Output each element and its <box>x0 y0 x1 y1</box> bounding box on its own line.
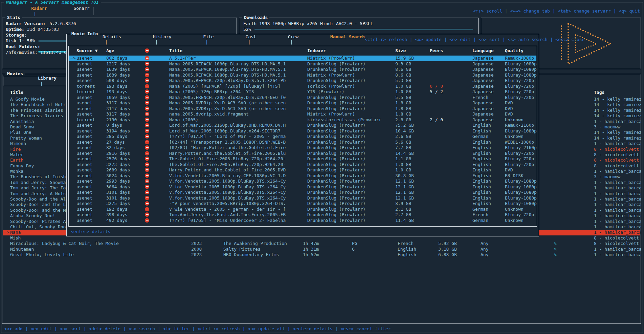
release-age: 1217 days <box>106 61 130 67</box>
movie-tag: 1 - hamilcar_barca <box>594 185 641 191</box>
reject-icon <box>145 56 149 60</box>
movie-row[interactable]: Minutemen 2008 Salty Pictures 1h 31m G E… <box>3 247 640 252</box>
release-title: Harry.Potter.and.the.Goblet.of.Fire.2005… <box>169 167 306 173</box>
release-quality: Unknown <box>505 207 537 212</box>
reject-icon <box>145 140 149 144</box>
release-row[interactable]: usenet 2576 days The.Goblet.Of.Fire.2005… <box>69 156 536 162</box>
release-row[interactable]: torrent 193 days Nana (2005) [REPACK] [7… <box>69 84 536 89</box>
reject-icon <box>145 84 149 88</box>
monitored-icon: ✎ <box>554 252 557 257</box>
release-row[interactable]: usenet 1059 days Nana.2005.FRENCH.720p.B… <box>69 95 536 101</box>
release-indexer: DrunkenSlug (Prowlarr) <box>307 207 394 212</box>
release-indexer: DrunkenSlug (Prowlarr) <box>307 95 394 100</box>
release-row[interactable]: torrent 193 days Nana (2005) 720p BRRip … <box>69 89 536 95</box>
column-header-peers[interactable]: Peers <box>430 48 443 54</box>
reject-icon <box>145 134 149 139</box>
release-size: 12.1 GB <box>395 184 414 190</box>
release-row[interactable]: usenet 3117 days nana.2005.dvdrip.xvid.f… <box>69 111 536 117</box>
release-quality: Bluray-2160p <box>505 145 537 150</box>
tab-divider: | <box>40 81 43 86</box>
tab-divider: | <box>105 40 108 45</box>
release-age: 193 days <box>106 89 128 95</box>
release-indexer: DrunkenSlug (Prowlarr) <box>307 195 394 201</box>
release-row[interactable]: usenet 1639 days Nana.2005.REPACK.1080p.… <box>69 72 536 78</box>
release-age: 27 days <box>106 140 125 145</box>
release-rejected <box>145 89 149 95</box>
release-row[interactable]: usenet 3117 days Nana.2005.DVDRip.XviD.A… <box>69 100 536 106</box>
release-row[interactable]: usenet 3024 days V.for.Vendetta.2005.Blu… <box>69 173 536 179</box>
release-language: English <box>472 190 491 195</box>
release-row[interactable]: usenet 3273 days The.Goblet.Of.Fire.2005… <box>69 162 536 168</box>
release-row[interactable]: => usenet 802 days A 5.1-PTer Miatrix (P… <box>69 56 536 61</box>
release-row[interactable]: usenet 0 days Lord.of.War.2005.2160p.Blu… <box>69 123 536 128</box>
movie-row[interactable]: Miraculous: Ladybug & Cat Noir, The Movi… <box>3 241 640 246</box>
release-indexer: DrunkenSlug (Prowlarr) <box>307 67 394 72</box>
release-row[interactable]: torrent 2190 days Nana (2005) kickasstor… <box>69 117 536 123</box>
column-header-tags: Tags <box>594 90 641 95</box>
release-row[interactable]: usenet 285 days (????) [01/34] - "Lord o… <box>69 134 536 140</box>
release-rejected <box>145 151 149 156</box>
release-rejected <box>145 78 149 84</box>
release-quality: Bluray-1080p <box>505 201 537 206</box>
release-age: 508 days <box>106 78 128 83</box>
release-row[interactable]: usenet 1217 days Nana.2005.REPACK.1080p.… <box>69 61 536 67</box>
release-row[interactable]: usenet 3101 days V.for.Vendetta.2005.108… <box>69 195 536 201</box>
movie-title: Minutemen <box>10 247 190 252</box>
release-row[interactable]: usenet 3275 days -"V pour vendetta.2005.… <box>69 201 536 207</box>
release-size: 75.2 GB <box>395 123 414 128</box>
release-rejected <box>145 201 149 207</box>
column-header-size[interactable]: Size <box>395 48 406 54</box>
movie-rating: G <box>352 247 355 252</box>
movie-size: 3.18 GB <box>438 247 457 252</box>
release-row[interactable]: usenet 2993 days V.for.Vendetta.2005.108… <box>69 179 536 184</box>
column-header-source[interactable]: Source ▼ <box>76 48 98 54</box>
movie-tag: 14 - kelly ramirez <box>594 130 641 135</box>
release-indexer: kickasstorrents.ws (Prowlarr <box>307 117 394 123</box>
release-rejected <box>145 173 149 179</box>
release-row[interactable]: usenet 3194 days Lord.of.War.2005.1080p.… <box>69 128 536 134</box>
release-language: German <box>472 218 488 223</box>
release-title: Nana (2005) [REPACK] [720p] [BluRay] [YT… <box>169 84 306 89</box>
release-row[interactable]: usenet 398 days Tom.And.Jerry.The.Fast.A… <box>69 212 536 218</box>
release-row[interactable]: usenet 2916 days Harry.Potter.and.the.Go… <box>69 151 536 156</box>
release-row[interactable]: usenet 192 days V wie Vendetta - 2005 - … <box>69 207 536 212</box>
column-header-release-title[interactable]: Title <box>169 48 306 54</box>
column-header-age[interactable]: Age <box>106 48 114 54</box>
release-peers: 5 / 2 <box>430 89 443 95</box>
release-row[interactable]: usenet 82 days [02/83] "Harry.Potter.and… <box>69 145 536 151</box>
release-indexer: DrunkenSlug (Prowlarr) <box>307 218 394 223</box>
column-header-indexer[interactable]: Indexer <box>307 48 394 54</box>
release-source: usenet <box>76 195 92 201</box>
release-indexer: DrunkenSlug (Prowlarr) <box>307 134 394 139</box>
reject-icon <box>145 185 149 189</box>
release-row[interactable]: usenet 492 days (????) [01/65] - "Miss U… <box>69 218 536 224</box>
release-language: Japanese <box>472 100 494 106</box>
release-row[interactable]: usenet 2689 days Harry.Potter.and.the.Go… <box>69 167 536 173</box>
library-tab[interactable]: Library | <box>6 70 57 92</box>
release-row[interactable]: usenet 1639 days Nana.2005.REPACK.1080p.… <box>69 67 536 72</box>
release-indexer: Miatrix (Prowlarr) <box>307 56 394 61</box>
movie-tag: 1 - hamilcar_barca <box>594 141 641 146</box>
release-indexer: DrunkenSlug (Prowlarr) <box>307 156 394 162</box>
movie-size: 5.92 GB <box>438 241 457 246</box>
release-row[interactable]: usenet 27 days [02/44] "Transporter 2.20… <box>69 140 536 145</box>
column-header-quality[interactable]: Quality <box>505 48 537 54</box>
movie-quality-profile: Any <box>481 247 488 252</box>
reject-icon <box>145 67 149 71</box>
release-row[interactable]: usenet 3117 days Nana.2005.DVDRip.XviD.A… <box>69 106 536 112</box>
release-source: torrent <box>76 89 95 95</box>
column-header-language[interactable]: Language <box>472 48 494 54</box>
release-row[interactable]: usenet 508 days Nana.2005.REPACK.720p.Bl… <box>69 78 536 84</box>
release-row[interactable]: usenet 3064 days V.for.Vendetta.2005.108… <box>69 184 536 190</box>
tab-divider: | <box>290 40 293 45</box>
movie-row[interactable]: Great Photo, Lovely Life 2023 HBO Docume… <box>3 252 640 257</box>
reject-icon <box>145 123 149 127</box>
release-source: usenet <box>76 61 92 67</box>
tab-divider: | <box>34 11 36 16</box>
release-language: Japanese <box>472 117 494 123</box>
release-row[interactable]: usenet 3101 days V.for.Vendetta.2005.108… <box>69 190 536 195</box>
release-age: 2916 days <box>106 151 130 156</box>
downloads-panel-title: Downloads <box>242 15 269 20</box>
release-indexer: DrunkenSlug (Prowlarr) <box>307 100 394 106</box>
download-item-title: Earth 1998 1080p WEBRip x265 Hindi AAC2.… <box>243 21 474 26</box>
